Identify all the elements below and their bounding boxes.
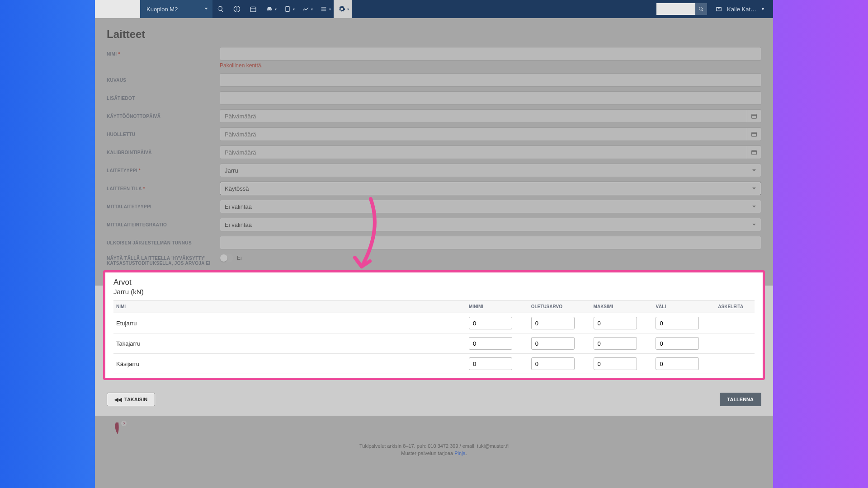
calendar-icon[interactable] [245, 0, 261, 18]
app-frame: Kuopion M2 ▾ ▾ ▾ ▾ ▾ Kalle Kat… ▼ Laitte… [95, 0, 773, 488]
col-askeleita: ASKELEITA [715, 300, 755, 313]
nayta-toggle[interactable] [220, 254, 233, 262]
mittatyyppi-select[interactable]: Ei valintaa [220, 200, 761, 213]
footer-line2: Muster-palvelun tarjoaa Pinja. [401, 450, 467, 456]
huollettu-date-button[interactable] [747, 127, 761, 141]
min-input[interactable] [469, 337, 512, 350]
arvot-title: Arvot [113, 278, 755, 287]
ulkoinen-input[interactable] [220, 236, 761, 249]
logo-placeholder [95, 0, 140, 18]
table-row: Etujarru [113, 313, 755, 333]
back-button[interactable]: ◀◀ TAKAISIN [107, 393, 155, 406]
label-nayta: NÄYTÄ TÄLLÄ LAITTEELLA 'HYVÄKSYTTY' KATS… [107, 254, 220, 266]
row-name: Takajarru [113, 333, 466, 354]
default-input[interactable] [531, 357, 575, 370]
back-arrow-icon: ◀◀ [114, 397, 122, 403]
min-input[interactable] [469, 357, 512, 370]
info-icon[interactable] [229, 0, 245, 18]
location-label: Kuopion M2 [146, 6, 178, 13]
toggle-label: Ei [237, 255, 242, 261]
col-vali: VÄLI [653, 300, 715, 313]
default-input[interactable] [531, 337, 575, 350]
max-input[interactable] [594, 317, 637, 329]
svg-rect-3 [250, 7, 256, 12]
label-kayttoonotto: KÄYTTÖÖNOTTOPÄIVÄ [107, 109, 220, 119]
kayttoonotto-input[interactable] [220, 109, 747, 123]
kalibrointi-input[interactable] [220, 145, 747, 159]
kalibrointi-date-button[interactable] [747, 145, 761, 159]
svg-rect-1 [236, 9, 237, 11]
col-maksimi: MAKSIMI [591, 300, 653, 313]
topbar-search-button[interactable] [695, 3, 707, 15]
table-row: Käsijarru [113, 354, 755, 374]
col-nimi: NIMI [113, 300, 466, 313]
svg-text:?: ? [123, 422, 125, 426]
location-select[interactable]: Kuopion M2 [140, 0, 212, 18]
footer-logo: ? [111, 419, 129, 437]
topbar-search-input[interactable] [656, 3, 695, 15]
arvot-subtitle: Jarru (kN) [113, 288, 755, 296]
user-name: Kalle Kat… [727, 6, 756, 13]
label-nimi: NIMI [107, 52, 117, 56]
row-name: Etujarru [113, 313, 466, 333]
topbar: Kuopion M2 ▾ ▾ ▾ ▾ ▾ Kalle Kat… ▼ [95, 0, 773, 18]
svg-rect-10 [752, 114, 757, 118]
tila-select[interactable]: Käytössä [220, 182, 761, 195]
row-name: Käsijarru [113, 354, 466, 374]
label-laitetyyppi: LAITETYYPPI [107, 168, 137, 173]
label-lisatiedot: LISÄTIEDOT [107, 91, 220, 101]
search-box [656, 3, 707, 15]
col-oletus: OLETUSARVO [528, 300, 591, 313]
svg-rect-7 [321, 7, 326, 7]
huollettu-input[interactable] [220, 127, 747, 141]
page-title: Laitteet [107, 28, 761, 41]
svg-rect-9 [321, 10, 326, 11]
svg-rect-2 [236, 7, 237, 8]
gap-input[interactable] [656, 337, 699, 350]
arvot-box: Arvot Jarru (kN) NIMI MINIMI OLETUSARVO … [103, 270, 765, 380]
svg-rect-12 [752, 132, 757, 136]
kayttoonotto-date-button[interactable] [747, 109, 761, 123]
mail-icon [715, 6, 722, 12]
footer-line1: Tukipalvelut arkisin 8–17. puh: 010 3472… [359, 443, 509, 449]
search-icon[interactable] [212, 0, 229, 18]
min-input[interactable] [469, 317, 512, 329]
nimi-error: Pakollinen kenttä. [220, 62, 761, 69]
calendar-icon [751, 131, 757, 137]
svg-rect-5 [286, 7, 289, 12]
integraatio-select[interactable]: Ei valintaa [220, 218, 761, 231]
label-kuvaus: KUVAUS [107, 73, 220, 83]
max-input[interactable] [594, 337, 637, 350]
label-ulkoinen: ULKOISEN JÄRJESTELMÄN TUNNUS [107, 236, 220, 245]
default-input[interactable] [531, 317, 575, 329]
svg-rect-14 [752, 150, 757, 155]
label-tila: LAITTEEN TILA [107, 186, 142, 191]
kuvaus-input[interactable] [220, 73, 761, 87]
calendar-icon [751, 113, 757, 119]
gap-input[interactable] [656, 317, 699, 329]
footer-link[interactable]: Pinja [454, 450, 465, 456]
user-menu[interactable]: Kalle Kat… ▼ [707, 6, 773, 13]
arvot-table: NIMI MINIMI OLETUSARVO MAKSIMI VÄLI ASKE… [113, 300, 755, 374]
save-button[interactable]: TALLENNA [720, 393, 761, 406]
calendar-icon [751, 149, 757, 155]
max-input[interactable] [594, 357, 637, 370]
gap-input[interactable] [656, 357, 699, 370]
label-mittatyyppi: MITTALAITETYYPPI [107, 200, 220, 209]
label-kalibrointi: KALIBROINTIPÄIVÄ [107, 145, 220, 155]
label-integraatio: MITTALAITEINTEGRAATIO [107, 218, 220, 227]
svg-rect-8 [321, 9, 326, 9]
content: Laitteet NIMI * Pakollinen kenttä. KUVAU… [95, 18, 773, 466]
nimi-input[interactable] [220, 47, 761, 61]
footer: ? Tukipalvelut arkisin 8–17. puh: 010 34… [107, 419, 761, 456]
col-minimi: MINIMI [466, 300, 528, 313]
laitetyyppi-select[interactable]: Jarru [220, 164, 761, 177]
table-row: Takajarru [113, 333, 755, 354]
label-huollettu: HUOLLETTU [107, 127, 220, 137]
svg-rect-6 [287, 6, 288, 7]
lisatiedot-input[interactable] [220, 91, 761, 105]
